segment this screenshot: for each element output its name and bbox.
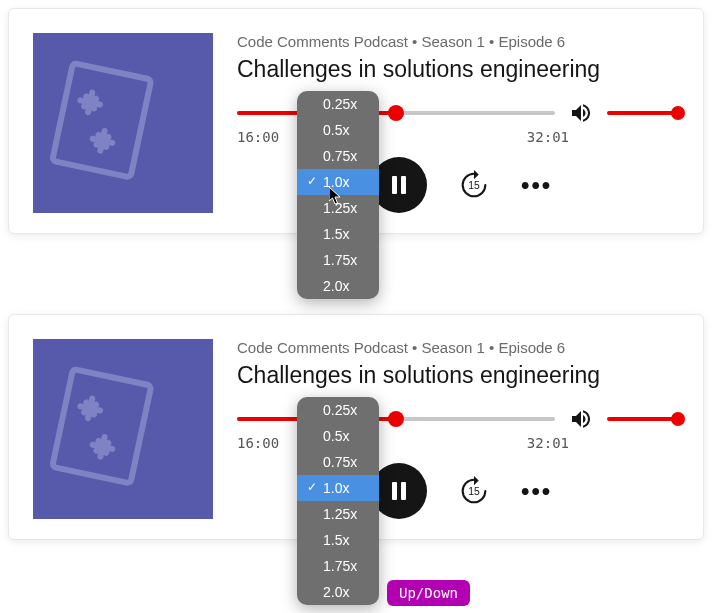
speed-option[interactable]: 1.5x [297,527,379,553]
duration-time: 32:01 [527,129,569,145]
playback-speed-menu: 0.25x0.5x0.75x1.0x1.25x1.5x1.75x2.0x [297,397,379,605]
speed-option[interactable]: 0.25x [297,91,379,117]
svg-rect-12 [401,482,406,500]
speed-option[interactable]: 0.75x [297,449,379,475]
speed-option[interactable]: 1.25x [297,501,379,527]
episode-cover-art [33,33,213,213]
svg-rect-5 [401,176,406,194]
podcast-player-card: Code Comments Podcast • Season 1 • Episo… [8,314,704,540]
episode-title: Challenges in solutions engineering [237,56,679,83]
volume-icon[interactable] [569,101,593,125]
more-options-button[interactable]: ••• [521,171,552,199]
speed-option[interactable]: 0.5x [297,117,379,143]
episode-breadcrumb: Code Comments Podcast • Season 1 • Episo… [237,33,679,50]
keyboard-hint-badge: Up/Down [387,580,470,606]
speed-option[interactable]: 0.75x [297,143,379,169]
podcast-player-card: Code Comments Podcast • Season 1 • Episo… [8,8,704,234]
skip-forward-15-button[interactable]: 15 [457,474,491,508]
svg-text:15: 15 [468,486,480,497]
skip-forward-15-button[interactable]: 15 [457,168,491,202]
svg-text:15: 15 [468,180,480,191]
episode-cover-art [33,339,213,519]
playback-progress-slider[interactable] [237,409,555,429]
playback-progress-slider[interactable] [237,103,555,123]
pause-button[interactable] [371,157,427,213]
speed-option[interactable]: 0.5x [297,423,379,449]
current-time: 16:00 [237,129,279,145]
speed-option[interactable]: 1.75x [297,247,379,273]
mouse-cursor-icon [329,187,343,205]
speed-option[interactable]: 1.75x [297,553,379,579]
pause-button[interactable] [371,463,427,519]
speed-option[interactable]: 2.0x [297,579,379,605]
svg-rect-2 [33,33,213,213]
duration-time: 32:01 [527,435,569,451]
speed-option[interactable]: 2.0x [297,273,379,299]
svg-rect-9 [33,339,213,519]
speed-option[interactable]: 1.0x [297,475,379,501]
more-options-button[interactable]: ••• [521,477,552,505]
volume-slider[interactable] [607,409,679,429]
volume-icon[interactable] [569,407,593,431]
svg-rect-11 [392,482,397,500]
current-time: 16:00 [237,435,279,451]
speed-option[interactable]: 1.5x [297,221,379,247]
episode-breadcrumb: Code Comments Podcast • Season 1 • Episo… [237,339,679,356]
volume-slider[interactable] [607,103,679,123]
svg-rect-4 [392,176,397,194]
speed-option[interactable]: 0.25x [297,397,379,423]
episode-title: Challenges in solutions engineering [237,362,679,389]
